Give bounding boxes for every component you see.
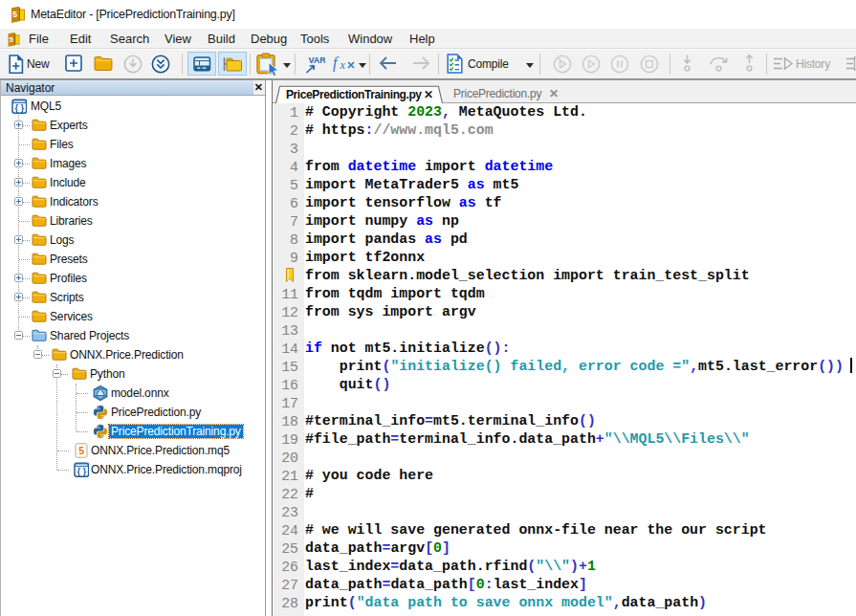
svg-text:5: 5 xyxy=(12,10,17,19)
svg-text:f: f xyxy=(333,55,340,72)
svg-text:5: 5 xyxy=(9,35,13,44)
svg-text:VAR: VAR xyxy=(309,55,326,65)
svg-text:x: x xyxy=(340,58,346,72)
